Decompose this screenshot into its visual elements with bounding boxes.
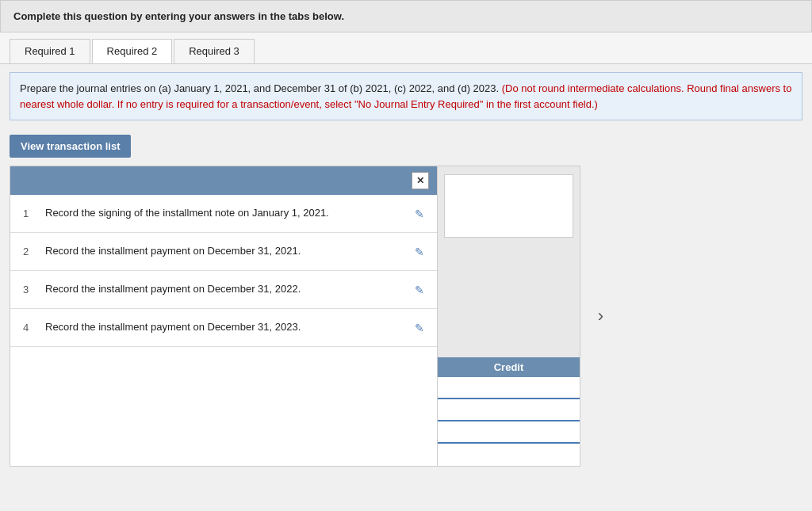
table-row: 3 Record the installment payment on Dece… [10, 271, 437, 309]
view-transaction-button[interactable]: View transaction list [10, 135, 131, 158]
item-number-4: 4 [23, 322, 39, 334]
transaction-text-2: Record the installment payment on Decemb… [45, 244, 408, 258]
table-row: 2 Record the installment payment on Dece… [10, 233, 437, 271]
credit-input-4[interactable] [438, 444, 580, 466]
credit-input-2[interactable] [438, 399, 580, 421]
chevron-right-icon[interactable]: › [598, 306, 603, 326]
credit-input-1[interactable] [438, 377, 580, 399]
edit-icon-4[interactable]: ✎ [415, 322, 424, 334]
tab-required-1[interactable]: Required 1 [10, 39, 90, 63]
tab-required-3[interactable]: Required 3 [174, 39, 255, 63]
close-button[interactable]: ✕ [412, 172, 429, 189]
item-number-1: 1 [23, 208, 39, 219]
item-number-3: 3 [23, 284, 39, 296]
description-box: Prepare the journal entries on (a) Janua… [10, 72, 802, 120]
instruction-text: Complete this question by entering your … [13, 10, 344, 22]
panel-header: ✕ [10, 166, 437, 195]
item-number-2: 2 [23, 246, 39, 257]
credit-section: Credit [438, 357, 580, 466]
transaction-text-4: Record the installment payment on Decemb… [45, 320, 408, 334]
right-panel-top-box [444, 174, 573, 238]
tab-required-2[interactable]: Required 2 [92, 39, 173, 63]
credit-header: Credit [438, 357, 580, 377]
table-row: 1 Record the signing of the installment … [10, 195, 437, 233]
edit-icon-3[interactable]: ✎ [415, 284, 424, 296]
credit-rows [438, 377, 580, 466]
instruction-bar: Complete this question by entering your … [0, 0, 812, 32]
table-row: 4 Record the installment payment on Dece… [10, 309, 437, 347]
transaction-text-3: Record the installment payment on Decemb… [45, 282, 408, 296]
transaction-list: 1 Record the signing of the installment … [10, 195, 437, 347]
close-icon: ✕ [416, 175, 424, 186]
description-main: Prepare the journal entries on (a) Janua… [20, 82, 499, 94]
main-content: ✕ 1 Record the signing of the installmen… [10, 166, 802, 467]
tabs-row: Required 1 Required 2 Required 3 [0, 32, 812, 64]
edit-icon-2[interactable]: ✎ [415, 246, 424, 258]
right-panel: › Credit [438, 166, 580, 467]
transaction-text-1: Record the signing of the installment no… [45, 206, 408, 220]
credit-input-3[interactable] [438, 421, 580, 444]
edit-icon-1[interactable]: ✎ [415, 208, 424, 220]
transaction-panel: ✕ 1 Record the signing of the installmen… [10, 166, 438, 467]
